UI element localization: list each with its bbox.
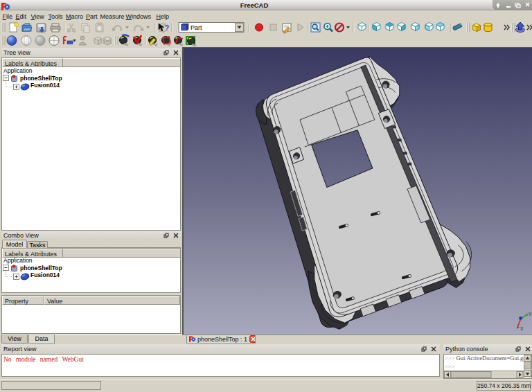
svg-text:Y: Y: [529, 312, 532, 317]
svg-text:X: X: [520, 326, 524, 331]
svg-text:?: ?: [165, 24, 169, 32]
svg-text:Part: Part: [190, 24, 202, 31]
